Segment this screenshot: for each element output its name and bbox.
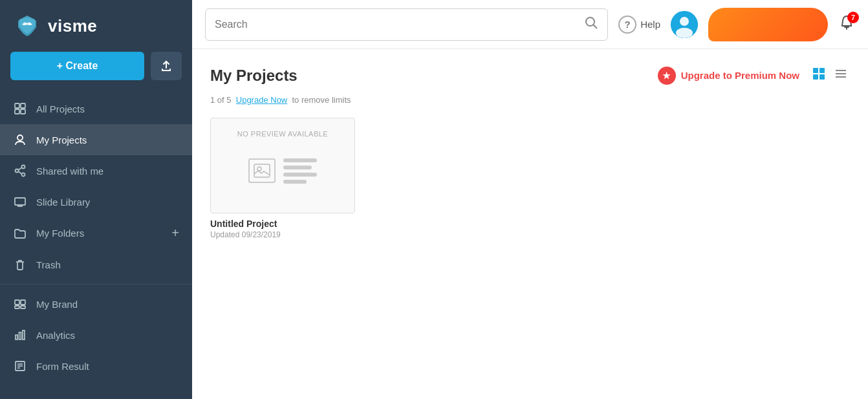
- upgrade-to-premium-button[interactable]: ★ Upgrade to Premium Now: [658, 67, 799, 85]
- logo-text: visme: [48, 16, 97, 36]
- sidebar-item-my-folders-label: My Folders: [36, 228, 84, 239]
- avatar[interactable]: [671, 11, 698, 38]
- sidebar-item-my-brand-label: My Brand: [36, 299, 78, 310]
- upload-button[interactable]: [151, 52, 182, 80]
- svg-rect-1: [15, 103, 19, 108]
- analytics-icon: [13, 328, 27, 342]
- help-button[interactable]: ? Help: [618, 16, 660, 34]
- project-card[interactable]: NO PREVIEW AVAILABLE: [210, 118, 355, 239]
- svg-rect-19: [19, 332, 21, 340]
- sidebar-item-analytics[interactable]: Analytics: [0, 319, 192, 350]
- thumb-line-2: [283, 166, 312, 169]
- list-view-button[interactable]: [832, 65, 850, 86]
- svg-rect-2: [21, 103, 25, 108]
- action-area: + Create: [0, 52, 192, 91]
- grid-icon: [13, 102, 27, 116]
- svg-rect-18: [16, 335, 17, 340]
- svg-rect-17: [21, 306, 25, 308]
- sidebar-nav: All Projects My Projects: [0, 91, 192, 399]
- sidebar-item-slide-library-label: Slide Library: [36, 197, 90, 208]
- grid-view-button[interactable]: [810, 65, 828, 86]
- upgrade-now-link[interactable]: Upgrade Now: [236, 95, 288, 105]
- sidebar-item-trash[interactable]: Trash: [0, 249, 192, 280]
- svg-rect-3: [15, 109, 19, 114]
- thumb-icons: [248, 158, 317, 184]
- sidebar-item-form-result-label: Form Result: [36, 361, 89, 372]
- slides-icon: [13, 195, 27, 209]
- svg-point-28: [680, 17, 689, 26]
- svg-point-29: [676, 28, 693, 38]
- svg-line-9: [18, 167, 21, 170]
- project-date: Updated 09/23/2019: [210, 230, 355, 239]
- svg-point-8: [22, 173, 25, 177]
- search-input[interactable]: [215, 19, 584, 30]
- folder-icon: [13, 226, 27, 241]
- sidebar-item-slide-library[interactable]: Slide Library: [0, 186, 192, 217]
- page-title: My Projects: [210, 67, 298, 85]
- notification-badge: 7: [847, 12, 859, 23]
- svg-rect-35: [819, 74, 825, 80]
- notification-button[interactable]: 7: [838, 14, 855, 35]
- svg-point-25: [586, 17, 594, 26]
- thumb-line-4: [283, 180, 307, 184]
- sidebar-item-form-result[interactable]: Form Result: [0, 350, 192, 382]
- projects-limit-text: to remove limits: [292, 95, 351, 105]
- sidebar-item-my-projects[interactable]: My Projects: [0, 124, 192, 155]
- thumb-line-3: [283, 173, 317, 177]
- project-thumbnail: NO PREVIEW AVAILABLE: [210, 118, 355, 213]
- thumb-lines: [283, 158, 317, 184]
- sidebar-item-shared-label: Shared with me: [36, 166, 103, 177]
- form-icon: [13, 359, 27, 373]
- upgrade-label: Upgrade to Premium Now: [681, 70, 799, 81]
- brand-icon: [13, 297, 27, 311]
- search-icon: [584, 16, 598, 33]
- svg-rect-14: [15, 300, 19, 305]
- projects-count: 1 of 5: [210, 95, 232, 105]
- upload-icon: [160, 59, 173, 72]
- logo-area: visme: [0, 0, 192, 52]
- svg-line-10: [18, 171, 21, 174]
- profile-blob[interactable]: [708, 8, 828, 41]
- sidebar-item-analytics-label: Analytics: [36, 330, 75, 341]
- projects-grid: NO PREVIEW AVAILABLE: [210, 118, 850, 239]
- main-area: ? Help 7 My Projects ★: [192, 0, 868, 399]
- star-icon: ★: [658, 67, 676, 85]
- sidebar-item-all-projects-label: All Projects: [36, 103, 85, 114]
- svg-rect-11: [15, 198, 25, 205]
- svg-point-5: [17, 135, 23, 140]
- help-label: Help: [640, 19, 660, 30]
- svg-rect-34: [813, 74, 818, 80]
- thumb-line-1: [283, 158, 317, 162]
- sidebar-item-all-projects[interactable]: All Projects: [0, 93, 192, 124]
- svg-rect-33: [819, 68, 825, 73]
- create-button[interactable]: + Create: [10, 52, 144, 80]
- trash-icon: [13, 257, 27, 272]
- list-view-icon: [834, 67, 847, 80]
- svg-point-6: [22, 166, 25, 169]
- content-header: My Projects ★ Upgrade to Premium Now: [210, 65, 850, 86]
- user-icon: [13, 133, 27, 147]
- sidebar-item-my-brand[interactable]: My Brand: [0, 288, 192, 319]
- header: ? Help 7: [192, 0, 868, 49]
- svg-point-7: [16, 169, 19, 173]
- svg-line-26: [594, 25, 598, 29]
- svg-rect-15: [21, 300, 25, 305]
- avatar-icon: [671, 11, 698, 38]
- grid-view-icon: [812, 67, 825, 80]
- help-icon: ?: [618, 16, 636, 34]
- svg-rect-20: [23, 330, 25, 340]
- svg-point-40: [257, 167, 261, 171]
- nav-divider: [0, 284, 192, 285]
- view-toggle: [810, 65, 850, 86]
- svg-rect-39: [254, 164, 270, 177]
- sidebar-item-shared-with-me[interactable]: Shared with me: [0, 155, 192, 186]
- add-folder-button[interactable]: +: [171, 226, 179, 241]
- projects-meta: 1 of 5 Upgrade Now to remove limits: [210, 95, 850, 105]
- svg-rect-32: [813, 68, 818, 73]
- share-icon: [13, 164, 27, 178]
- visme-logo-icon: [13, 12, 41, 40]
- search-bar[interactable]: [205, 8, 608, 41]
- sidebar-item-my-folders[interactable]: My Folders +: [0, 217, 192, 249]
- svg-rect-4: [21, 109, 25, 114]
- sidebar: visme + Create All Projects: [0, 0, 192, 399]
